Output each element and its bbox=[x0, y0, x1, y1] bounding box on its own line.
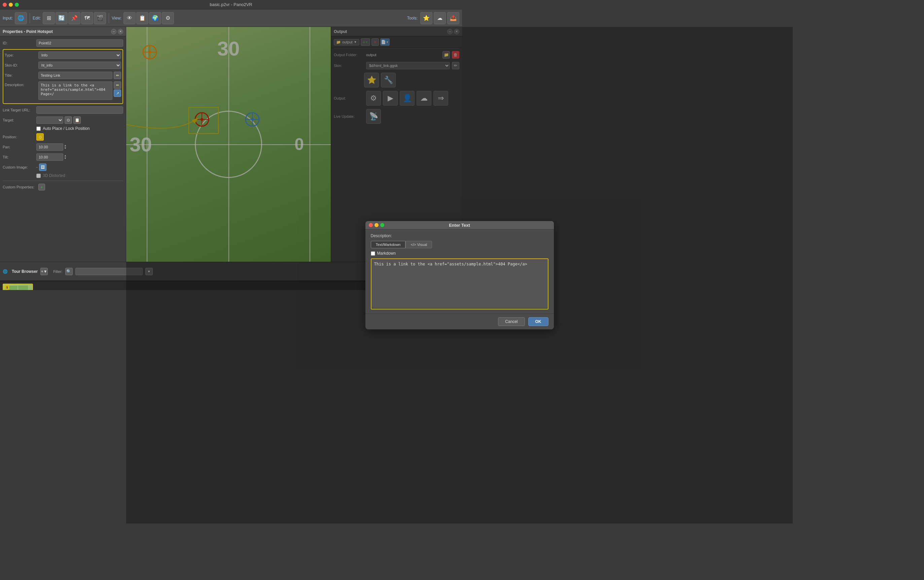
pan-container: ▲ ▼ bbox=[36, 143, 67, 151]
properties-panel-header: Properties - Point Hotspot ↔ ✕ bbox=[0, 27, 126, 36]
title-input[interactable] bbox=[38, 72, 112, 79]
position-row: Position: ◇ bbox=[3, 133, 123, 141]
pan-row: Pan: ▲ ▼ bbox=[3, 143, 123, 151]
dialog-body: Description: Text/Markdown </> Visual Ma… bbox=[366, 229, 462, 290]
type-select[interactable]: Info Polygon Point bbox=[38, 51, 121, 59]
id-input[interactable] bbox=[36, 40, 123, 47]
target-label: Target: bbox=[3, 118, 36, 122]
close-button[interactable] bbox=[3, 3, 7, 7]
view-btn-3[interactable]: 🌍 bbox=[149, 12, 161, 24]
filter-label: Filter: bbox=[53, 270, 63, 274]
custom-props-add-btn[interactable]: + bbox=[38, 184, 45, 190]
maximize-button[interactable] bbox=[15, 3, 19, 7]
tour-browser-label: Tour Browser bbox=[12, 269, 38, 274]
filter-icon-btn[interactable]: 🔍 bbox=[65, 268, 72, 275]
target-new-window-btn[interactable]: ⊙ bbox=[64, 116, 72, 124]
thumb-number: 1 bbox=[5, 285, 10, 290]
tilt-label: Tilt: bbox=[3, 155, 36, 159]
tools-btn-1[interactable]: ⭐ bbox=[420, 12, 432, 24]
auto-place-checkbox[interactable] bbox=[36, 127, 41, 131]
edit-btn-1[interactable]: ⊞ bbox=[43, 12, 55, 24]
edit-btn-5[interactable]: 🎬 bbox=[94, 12, 106, 24]
panel-close-btn[interactable]: ✕ bbox=[118, 29, 123, 34]
link-target-label: Link Target URL: bbox=[3, 108, 36, 112]
tab-text-markdown[interactable]: Text/Markdown bbox=[371, 241, 406, 248]
pan-down[interactable]: ▼ bbox=[64, 147, 67, 150]
id-row: ID: bbox=[3, 39, 123, 47]
markdown-checkbox[interactable] bbox=[371, 251, 375, 256]
description-edit-btn[interactable]: ✏ bbox=[114, 81, 121, 89]
main-toolbar: Input: 🌐 Edit: ⊞ 🔄 📌 🗺 🎬 View: 👁 📋 🌍 ⚙ T… bbox=[0, 10, 462, 27]
divider-1 bbox=[3, 181, 123, 181]
tools-btn-3[interactable]: 📤 bbox=[447, 12, 459, 24]
description-row: Description: This is a link to the <a hr… bbox=[5, 81, 121, 100]
link-target-input[interactable] bbox=[36, 106, 123, 114]
properties-content: ID: Type: Info Polygon Point bbox=[0, 36, 126, 262]
tour-browser-icon: 🌐 bbox=[3, 269, 8, 274]
distorted-row: 3D Distorted bbox=[3, 173, 123, 178]
pan-label: Pan: bbox=[3, 145, 36, 149]
dialog-titlebar: Enter Text bbox=[366, 221, 462, 229]
target-copy-btn[interactable]: 📋 bbox=[73, 116, 81, 124]
minimize-button[interactable] bbox=[9, 3, 13, 7]
view-btn-2[interactable]: 📋 bbox=[136, 12, 148, 24]
title-edit-btn[interactable]: ✏ bbox=[114, 72, 121, 79]
skin-id-select[interactable]: ht_info bbox=[38, 61, 121, 69]
tools-btn-2[interactable]: ☁ bbox=[434, 12, 446, 24]
custom-props-row: Custom Properties: + bbox=[3, 184, 123, 190]
view-label: View: bbox=[112, 16, 122, 20]
distorted-checkbox[interactable] bbox=[36, 174, 41, 178]
tab-visual[interactable]: </> Visual bbox=[405, 241, 432, 248]
panel-sync-btn[interactable]: ↔ bbox=[111, 29, 117, 34]
tilt-input[interactable] bbox=[36, 153, 63, 161]
tilt-row: Tilt: ▲ ▼ bbox=[3, 153, 123, 161]
view-btn-4[interactable]: ⚙ bbox=[162, 12, 174, 24]
properties-panel: Properties - Point Hotspot ↔ ✕ ID: Type: bbox=[0, 27, 126, 262]
edit-btn-2[interactable]: 🔄 bbox=[56, 12, 68, 24]
custom-image-btn[interactable]: 🖼 bbox=[39, 163, 46, 171]
tools-section: Tools: ⭐ ☁ 📤 bbox=[407, 12, 459, 24]
tilt-spinner: ▲ ▼ bbox=[64, 155, 67, 160]
input-btn-1[interactable]: 🌐 bbox=[15, 12, 27, 24]
description-expand-btn[interactable]: ↗ bbox=[114, 89, 121, 97]
type-label: Type: bbox=[5, 53, 38, 57]
type-row: Type: Info Polygon Point bbox=[5, 51, 121, 59]
skin-id-row: Skin-ID: ht_info bbox=[5, 61, 121, 69]
dialog-min-btn[interactable] bbox=[374, 223, 379, 227]
dialog-overlay: Enter Text Description: Text/Markdown </… bbox=[126, 27, 462, 290]
edit-btn-3[interactable]: 📌 bbox=[68, 12, 81, 24]
dialog-tabs: Text/Markdown </> Visual bbox=[371, 241, 462, 248]
tour-thumb-green-grid[interactable]: 1 green-grid bbox=[3, 283, 33, 290]
title-bar-buttons bbox=[3, 3, 19, 7]
add-panorama-btn[interactable]: +▼ bbox=[40, 268, 48, 275]
pan-input[interactable] bbox=[36, 143, 63, 151]
id-value-container bbox=[36, 40, 123, 47]
properties-title: Properties - Point Hotspot bbox=[3, 29, 53, 34]
input-section: Input: 🌐 bbox=[3, 12, 27, 24]
target-select[interactable] bbox=[36, 116, 63, 124]
description-textarea[interactable]: This is a link to the <a href="assets/sa… bbox=[38, 81, 112, 100]
edit-section: Edit: ⊞ 🔄 📌 🗺 🎬 bbox=[33, 12, 106, 24]
sep-2 bbox=[109, 13, 109, 23]
dialog-field-label: Description: bbox=[371, 234, 462, 238]
dialog-max-btn[interactable] bbox=[380, 223, 384, 227]
title-row: Title: ✏ bbox=[5, 71, 121, 79]
title-bar: basic.p2vr - Pano2VR bbox=[0, 0, 462, 10]
sep-1 bbox=[30, 13, 30, 23]
auto-place-label: Auto Place / Lock Position bbox=[43, 126, 89, 131]
title-label: Title: bbox=[5, 73, 38, 77]
skin-id-value-container: ht_info bbox=[38, 61, 121, 69]
edit-btn-4[interactable]: 🗺 bbox=[81, 12, 93, 24]
tilt-container: ▲ ▼ bbox=[36, 153, 67, 161]
tilt-down[interactable]: ▼ bbox=[64, 157, 67, 160]
position-icon-btn[interactable]: ◇ bbox=[36, 133, 44, 141]
dialog-textarea[interactable]: This is a link to the <a href="assets/sa… bbox=[372, 259, 462, 290]
title-value-container: ✏ bbox=[38, 72, 121, 79]
custom-image-label: Custom Image: bbox=[3, 165, 36, 169]
input-label: Input: bbox=[3, 16, 13, 20]
highlighted-section: Type: Info Polygon Point Skin-ID: h bbox=[3, 49, 123, 104]
view-btn-1[interactable]: 👁 bbox=[124, 12, 136, 24]
dialog-close-btn[interactable] bbox=[369, 223, 373, 227]
target-row: Target: ⊙ 📋 bbox=[3, 116, 123, 124]
link-target-row: Link Target URL: bbox=[3, 106, 123, 114]
